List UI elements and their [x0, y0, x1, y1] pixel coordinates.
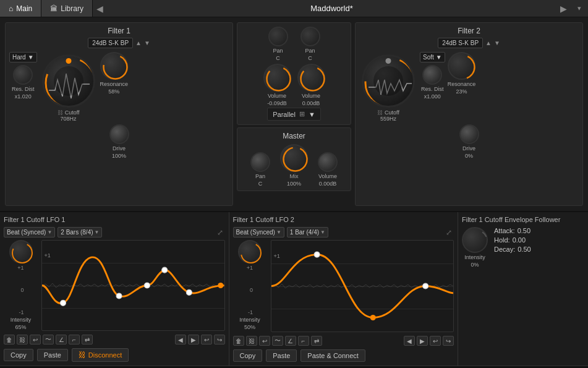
lfo1-tool-link[interactable]: ⛓	[17, 335, 28, 344]
library-tab[interactable]: 🏛 Library	[41, 0, 93, 17]
lfo1-intensity-dial[interactable]	[9, 240, 33, 263]
svg-point-13	[218, 283, 223, 288]
lfo2-expand-button[interactable]: ⤢	[444, 228, 454, 237]
filter1-drive-knob: Drive 100%	[109, 124, 129, 159]
lfo1-tool-step[interactable]: ⌐	[69, 335, 80, 344]
filter2-drive-knob-dial[interactable]	[459, 124, 479, 144]
lfo2-tool-step[interactable]: ⌐	[298, 336, 309, 346]
filter2-resdist-knob: Res. Dist x1.000	[421, 65, 444, 100]
filter2-style-selector[interactable]: Soft ▼	[420, 52, 445, 62]
filter1-pan-dial[interactable]	[268, 27, 288, 46]
svg-point-3	[300, 67, 324, 91]
preset-dropdown-button[interactable]: ▾	[571, 4, 588, 12]
svg-point-8	[60, 300, 66, 306]
lfo2-tool-random[interactable]: ⇄	[311, 336, 322, 346]
lfo1-sync-arrow: ▼	[47, 229, 52, 235]
lfo1-expand-button[interactable]: ⤢	[215, 228, 225, 237]
lfo2-intensity-dial[interactable]	[238, 240, 262, 263]
filter1-volume-dial[interactable]	[263, 64, 291, 92]
lfo1-tool-fwd[interactable]: ↪	[214, 335, 225, 344]
lfo2-tool-trash[interactable]: 🗑	[233, 336, 244, 346]
master-pan-dial[interactable]	[250, 152, 270, 172]
parallel-selector[interactable]: Parallel ⊞ ▼	[267, 108, 321, 121]
lfo1-tool-angle[interactable]: ∠	[56, 335, 67, 344]
lfo1-disconnect-button[interactable]: ⛓ Disconnect	[72, 348, 129, 362]
lfo2-paste-connect-button[interactable]: Paste & Connect	[300, 349, 365, 362]
lfo1-paste-button[interactable]: Paste	[37, 349, 68, 361]
filter2-mode-label: 24dB S-K BP	[438, 38, 483, 48]
pan-row: Pan C Pan C	[268, 27, 320, 61]
lfo1-tool-next[interactable]: ▶	[188, 335, 199, 344]
filter2-link-icon: ⛓	[377, 109, 383, 116]
svg-point-15	[241, 243, 261, 263]
lfo1-tool-wave[interactable]: 〜	[43, 335, 54, 344]
env-intensity-knob: Intensity 0%	[462, 227, 488, 268]
master-volume-dial[interactable]	[318, 152, 338, 172]
env-hold-row: Hold: 0.00	[494, 236, 531, 244]
svg-point-18	[422, 283, 428, 289]
filter2-volume-dial[interactable]	[297, 64, 325, 92]
filter1-drive-knob-dial[interactable]	[109, 124, 129, 144]
preset-name: Maddworld*	[310, 4, 353, 13]
filter2-mode-up[interactable]: ▲	[485, 40, 492, 46]
lfo1-tool-prev[interactable]: ◀	[175, 335, 186, 344]
filter2-drive-knob: Drive 0%	[459, 124, 479, 159]
lfo1-tool-trash[interactable]: 🗑	[4, 335, 15, 344]
lfo2-tool-rotate[interactable]: ↩	[259, 336, 270, 346]
filter1-mode-down[interactable]: ▼	[144, 40, 150, 46]
volume-row: Volume -0.09dB Volume 0.00dB	[263, 64, 325, 106]
lfo1-disconnect-icon: ⛓	[79, 351, 86, 359]
bottom-section: Filter 1 Cutoff LFO 1 Beat (Synced) ▼ 2 …	[0, 212, 588, 366]
filter1-orange-indicator	[66, 58, 71, 64]
filter1-style-selector[interactable]: Hard ▼	[9, 52, 37, 62]
lfo2-paste-button[interactable]: Paste	[266, 349, 297, 362]
lfo2-tool-wave[interactable]: 〜	[272, 336, 283, 346]
filter1-resdist-knob-dial[interactable]	[13, 65, 33, 85]
env-intensity-dial[interactable]	[462, 227, 488, 253]
lfo2-tool-fwd[interactable]: ↪	[443, 336, 454, 346]
lfo2-tool-next[interactable]: ▶	[417, 336, 428, 346]
lfo2-graph[interactable]: +1	[271, 240, 454, 332]
master-volume-knob: Volume 0.00dB	[318, 152, 338, 187]
lfo1-controls-row: Beat (Synced) ▼ 2 Bars (8/4) ▼ ⤢	[4, 227, 225, 237]
svg-point-17	[370, 315, 375, 320]
filter2-panel: Filter 2 24dB S-K BP ▲ ▼	[355, 22, 583, 206]
lfo1-tool-random[interactable]: ⇄	[82, 335, 93, 344]
filter1-mode-up[interactable]: ▲	[135, 40, 142, 46]
prev-preset-arrow[interactable]: ◀	[93, 4, 107, 14]
lfo1-tool-back[interactable]: ↩	[201, 335, 212, 344]
lfo2-copy-button[interactable]: Copy	[233, 349, 263, 362]
env-decay-row: Decay: 0.50	[494, 246, 531, 253]
next-preset-arrow[interactable]: ▶	[556, 4, 571, 14]
filter2-mode-down[interactable]: ▼	[494, 40, 500, 46]
filter2-pan-dial[interactable]	[300, 27, 320, 46]
filter2-bottom-row: Drive 0%	[359, 124, 579, 159]
lfo2-tool-prev[interactable]: ◀	[404, 336, 415, 346]
parallel-dropdown-arrow: ▼	[309, 111, 315, 118]
env-attack-row: Attack: 0.50	[494, 227, 531, 234]
svg-point-16	[314, 252, 320, 257]
lfo2-sync-select[interactable]: Beat (Synced) ▼	[233, 227, 284, 237]
lfo2-rate-select[interactable]: 1 Bar (4/4) ▼	[287, 227, 328, 237]
lfo2-tool-back[interactable]: ↩	[430, 336, 441, 346]
lfo2-tool-angle[interactable]: ∠	[285, 336, 296, 346]
lfo1-copy-button[interactable]: Copy	[4, 349, 33, 361]
main-tab[interactable]: ⌂ Main	[0, 0, 41, 17]
master-mix-dial[interactable]	[280, 144, 308, 172]
lfo1-scale-labels: +1 0 -1	[17, 265, 23, 315]
home-icon: ⌂	[9, 4, 13, 13]
lfo1-graph[interactable]: +1	[41, 240, 225, 331]
svg-text:+1: +1	[273, 253, 279, 259]
filter2-resdist-knob-dial[interactable]	[422, 65, 442, 85]
lfo1-rate-select[interactable]: 2 Bars (8/4) ▼	[58, 227, 102, 237]
lfo2-tool-link[interactable]: ⛓	[246, 336, 257, 346]
lfo1-sync-select[interactable]: Beat (Synced) ▼	[4, 227, 55, 237]
lfo1-tool-rotate[interactable]: ↩	[30, 335, 41, 344]
filter1-link-icon: ⛓	[58, 109, 63, 116]
env-panel: Filter 1 Cutoff Envelope Follower Intens…	[458, 212, 588, 366]
svg-text:+1: +1	[44, 252, 50, 259]
filter2-resonance-knob-dial[interactable]	[448, 52, 475, 80]
filter1-waveform-svg	[44, 56, 95, 108]
filter2-orange-indicator	[386, 58, 391, 64]
filter1-resonance-knob-dial[interactable]	[100, 52, 128, 80]
